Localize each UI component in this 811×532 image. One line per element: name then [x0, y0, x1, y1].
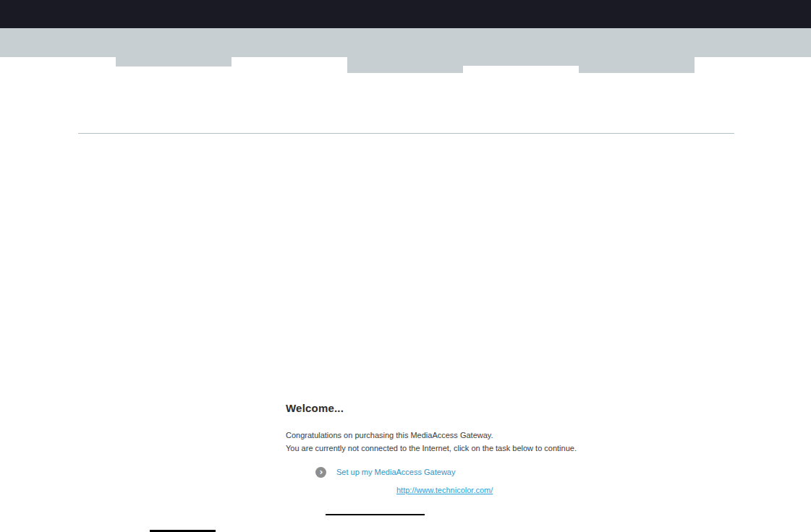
- page-title: Welcome...: [286, 402, 344, 414]
- status-text: You are currently not connected to the I…: [286, 444, 577, 452]
- chevron-right-circle-icon[interactable]: ›: [315, 467, 326, 478]
- footer-rule: [326, 514, 425, 515]
- menu-tab-placeholder-4[interactable]: [579, 57, 695, 73]
- gateway-setup-page: Welcome... Congratulations on purchasing…: [0, 0, 811, 532]
- chevron-glyph: ›: [320, 468, 323, 476]
- setup-gateway-link[interactable]: Set up my MediaAccess Gateway: [336, 468, 455, 476]
- menu-tab-placeholder-3[interactable]: [463, 57, 579, 66]
- menu-bar: [0, 28, 811, 57]
- menu-tab-placeholder-2[interactable]: [347, 57, 463, 73]
- top-header-bar: [0, 0, 811, 28]
- intro-text: Congratulations on purchasing this Media…: [286, 431, 493, 439]
- header-divider-line: [78, 133, 734, 134]
- menu-tab-placeholder-1[interactable]: [116, 57, 232, 66]
- technicolor-website-link[interactable]: http://www.technicolor.com/: [396, 486, 493, 494]
